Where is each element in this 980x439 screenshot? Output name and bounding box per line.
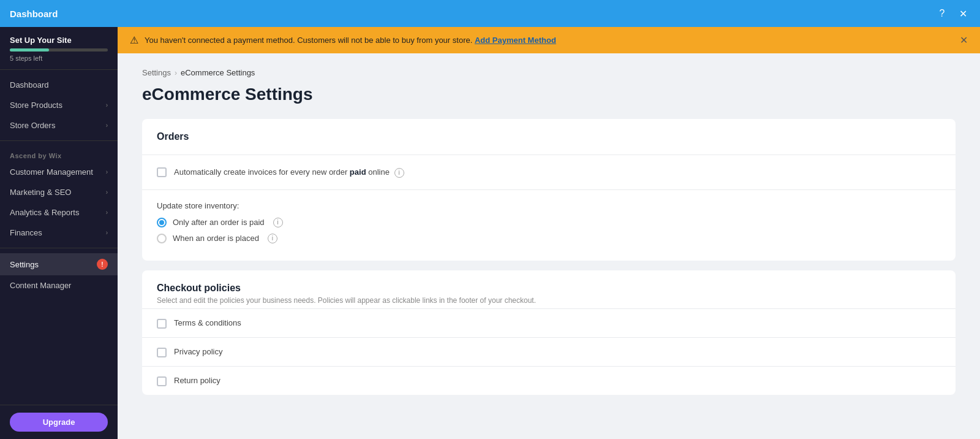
- invoice-row: Automatically create invoices for every …: [142, 155, 956, 190]
- help-icon[interactable]: ?: [935, 6, 949, 21]
- orders-card-body: Automatically create invoices for every …: [142, 155, 956, 261]
- close-icon[interactable]: ✕: [956, 6, 970, 21]
- banner-message: You haven't connected a payment method. …: [145, 36, 472, 45]
- add-payment-method-link[interactable]: Add Payment Method: [475, 36, 556, 45]
- sidebar-item-label: Customer Management: [10, 167, 93, 177]
- sidebar-setup: Set Up Your Site 5 steps left: [0, 27, 118, 70]
- orders-section-header: Orders: [142, 119, 956, 155]
- sidebar-item-analytics-reports[interactable]: Analytics & Reports ›: [0, 202, 118, 223]
- invoice-checkbox[interactable]: [157, 167, 167, 177]
- chevron-right-icon: ›: [106, 209, 108, 216]
- inventory-section: Update store inventory: Only after an or…: [142, 190, 956, 261]
- sidebar-item-customer-management[interactable]: Customer Management ›: [0, 162, 118, 182]
- sidebar-section-label: Ascend by Wix: [0, 146, 118, 162]
- policy-row-terms: Terms & conditions: [142, 308, 956, 337]
- checkout-policies-card: Checkout policies Select and edit the po…: [142, 270, 956, 395]
- top-bar: Dashboard ? ✕: [0, 0, 980, 27]
- radio-paid-label: Only after an order is paid: [173, 218, 265, 227]
- sidebar-item-label: Settings: [10, 260, 39, 269]
- chevron-right-icon: ›: [106, 122, 108, 129]
- sidebar-item-store-orders[interactable]: Store Orders ›: [0, 115, 118, 136]
- return-checkbox[interactable]: [157, 376, 167, 386]
- sidebar-item-dashboard[interactable]: Dashboard: [0, 75, 118, 95]
- sidebar-item-finances[interactable]: Finances ›: [0, 223, 118, 243]
- sidebar-item-label: Store Products: [10, 101, 62, 110]
- banner-text: You haven't connected a payment method. …: [145, 36, 954, 45]
- sidebar-steps-left: 5 steps left: [10, 55, 108, 62]
- inventory-label: Update store inventory:: [157, 201, 941, 210]
- checkout-card-desc: Select and edit the policies your busine…: [157, 296, 941, 305]
- invoice-label: Automatically create invoices for every …: [174, 166, 941, 178]
- privacy-label: Privacy policy: [174, 347, 222, 356]
- sidebar-item-label: Marketing & SEO: [10, 188, 71, 197]
- terms-label: Terms & conditions: [174, 318, 241, 327]
- chevron-right-icon: ›: [106, 169, 108, 175]
- sidebar-item-marketing-seo[interactable]: Marketing & SEO ›: [0, 182, 118, 202]
- warning-icon: ⚠: [130, 34, 138, 46]
- chevron-right-icon: ›: [106, 229, 108, 236]
- upgrade-button[interactable]: Upgrade: [10, 413, 108, 432]
- breadcrumb-parent[interactable]: Settings: [142, 68, 171, 77]
- sidebar-divider: [0, 140, 118, 141]
- policy-row-return: Return policy: [142, 366, 956, 395]
- page-title: eCommerce Settings: [142, 85, 956, 104]
- privacy-checkbox[interactable]: [157, 348, 167, 357]
- radio-placed-info-icon[interactable]: i: [268, 234, 277, 243]
- progress-bar-fill: [10, 48, 49, 52]
- chevron-right-icon: ›: [106, 189, 108, 196]
- page-content: Settings › eCommerce Settings eCommerce …: [118, 53, 980, 439]
- chevron-right-icon: ›: [106, 102, 108, 109]
- sidebar-item-label: Analytics & Reports: [10, 208, 79, 217]
- sidebar-item-content-manager[interactable]: Content Manager: [0, 275, 118, 296]
- checkout-card-header: Checkout policies Select and edit the po…: [142, 270, 956, 308]
- banner-close-icon[interactable]: ✕: [960, 34, 968, 46]
- sidebar-nav: Dashboard Store Products › Store Orders …: [0, 70, 118, 405]
- radio-paid-info-icon[interactable]: i: [273, 218, 283, 227]
- sidebar-item-label: Finances: [10, 228, 42, 237]
- settings-badge: !: [97, 259, 108, 270]
- checkout-card-title: Checkout policies: [157, 283, 941, 294]
- invoice-label-start: Automatically create invoices for every …: [174, 167, 350, 177]
- payment-banner: ⚠ You haven't connected a payment method…: [118, 27, 980, 53]
- policy-rows: Terms & conditions Privacy policy Return…: [142, 308, 956, 395]
- invoice-info-icon[interactable]: i: [394, 168, 404, 178]
- top-bar-actions: ? ✕: [935, 6, 970, 21]
- sidebar-item-label: Store Orders: [10, 121, 55, 130]
- sidebar-setup-title: Set Up Your Site: [10, 36, 108, 45]
- sidebar-item-label: Content Manager: [10, 281, 71, 290]
- sidebar-divider-2: [0, 248, 118, 248]
- content-area: ⚠ You haven't connected a payment method…: [118, 27, 980, 439]
- sidebar-footer: Upgrade: [0, 405, 118, 439]
- invoice-label-bold: paid: [350, 167, 366, 177]
- radio-placed[interactable]: [157, 234, 167, 243]
- breadcrumb-current: eCommerce Settings: [181, 68, 255, 77]
- return-label: Return policy: [174, 376, 221, 385]
- radio-placed-label: When an order is placed: [173, 234, 259, 243]
- sidebar-item-store-products[interactable]: Store Products ›: [0, 95, 118, 115]
- radio-paid[interactable]: [157, 218, 167, 227]
- orders-card: Orders Automatically create invoices for…: [142, 119, 956, 261]
- radio-row-paid[interactable]: Only after an order is paid i: [157, 218, 941, 227]
- breadcrumb-separator: ›: [175, 69, 177, 77]
- breadcrumb: Settings › eCommerce Settings: [142, 68, 956, 77]
- terms-checkbox[interactable]: [157, 319, 167, 329]
- progress-bar-bg: [10, 48, 108, 52]
- policy-row-privacy: Privacy policy: [142, 337, 956, 366]
- invoice-label-end: online: [366, 167, 390, 177]
- sidebar: Set Up Your Site 5 steps left Dashboard …: [0, 27, 118, 439]
- sidebar-item-label: Dashboard: [10, 80, 49, 90]
- sidebar-item-settings[interactable]: Settings !: [0, 253, 118, 275]
- top-bar-title: Dashboard: [10, 9, 58, 19]
- main-layout: Set Up Your Site 5 steps left Dashboard …: [0, 27, 980, 439]
- radio-row-placed[interactable]: When an order is placed i: [157, 234, 941, 243]
